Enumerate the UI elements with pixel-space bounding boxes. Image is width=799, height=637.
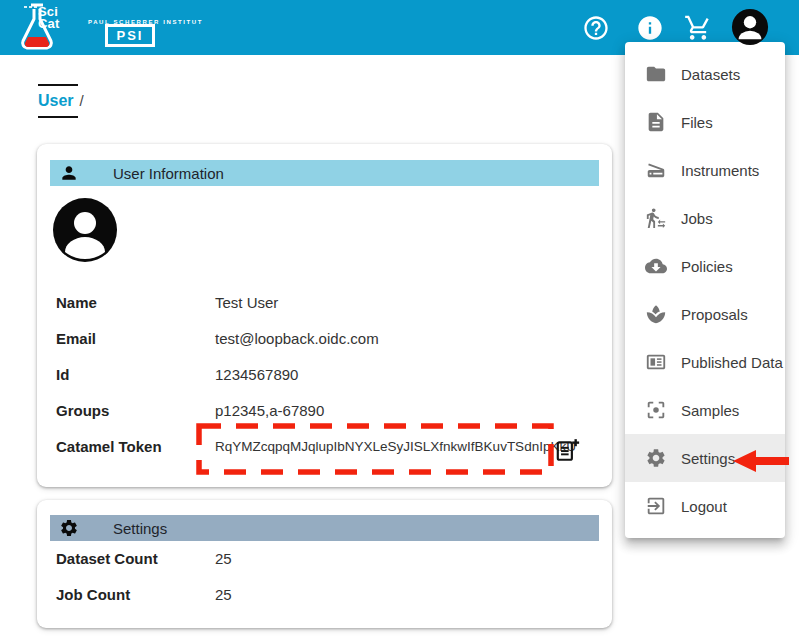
menu-item-datasets[interactable]: Datasets [625,50,785,98]
menu-item-policies[interactable]: Policies [625,242,785,290]
logout-icon [645,495,667,517]
gear-icon [645,447,667,469]
row-value: 25 [215,550,232,567]
user-info-rows: Name Test User Email test@loopback.oidc.… [56,284,600,464]
psi-logo: PAUL SCHERRER INSTITUT PSI [88,10,180,48]
row-label: Job Count [56,586,215,603]
file-icon [645,111,667,133]
breadcrumb-separator: / [80,92,84,109]
user-card-header: User Information [50,160,599,186]
user-dropdown-menu: Datasets Files Instruments [625,42,785,538]
center-focus-icon [645,399,667,421]
row-label: Email [56,330,215,347]
breadcrumb-bottom-rule [38,116,78,118]
copy-token-icon[interactable] [554,437,580,463]
psi-logo-box: PSI [105,24,155,47]
catamel-token-value: RqYMZcqpqMJqlupIbNYXLeSyJISLXfnkwIfBKuvT… [215,439,576,454]
menu-item-published-data[interactable]: Published Data [625,338,785,386]
menu-item-files[interactable]: Files [625,98,785,146]
row-label: Groups [56,402,215,419]
user-card-title: User Information [113,165,224,182]
walking-person-icon [645,207,667,229]
info-icon[interactable] [636,14,664,42]
row-value: p12345,a-67890 [215,402,324,419]
menu-item-jobs[interactable]: Jobs [625,194,785,242]
settings-row-dataset-count: Dataset Count 25 [56,540,600,576]
row-value: test@loopback.oidc.com [215,330,379,347]
menu-item-settings[interactable]: Settings [625,434,785,482]
menu-item-proposals[interactable]: Proposals [625,290,785,338]
user-row-name: Name Test User [56,284,600,320]
settings-rows: Dataset Count 25 Job Count 25 [56,540,600,612]
settings-card-header: Settings [50,515,599,541]
row-value: 1234567890 [215,366,298,383]
gear-icon [59,518,79,538]
menu-item-instruments[interactable]: Instruments [625,146,785,194]
help-icon[interactable] [582,14,610,42]
scanner-icon [645,159,667,181]
user-row-groups: Groups p12345,a-67890 [56,392,600,428]
user-row-email: Email test@loopback.oidc.com [56,320,600,356]
spa-icon [645,303,667,325]
user-avatar-icon[interactable] [731,8,769,46]
breadcrumb: User / [38,84,84,118]
row-value: Test User [215,294,278,311]
breadcrumb-user-link[interactable]: User [38,92,74,110]
shopping-cart-icon[interactable] [684,14,712,42]
row-value: 25 [215,586,232,603]
menu-item-logout[interactable]: Logout [625,482,785,530]
row-label: Catamel Token [56,438,215,455]
settings-card-title: Settings [113,520,167,537]
app-window: Sci Cat PAUL SCHERRER INSTITUT PSI [0,0,799,637]
menu-item-samples[interactable]: Samples [625,386,785,434]
person-icon [59,163,79,183]
row-label: Dataset Count [56,550,215,567]
row-label: Id [56,366,215,383]
settings-row-job-count: Job Count 25 [56,576,600,612]
folder-icon [645,63,667,85]
user-row-id: Id 1234567890 [56,356,600,392]
user-information-card: User Information Name Test User Email te… [37,144,612,487]
profile-avatar-icon [53,198,117,262]
published-card-icon [645,351,667,373]
user-row-catamel-token: Catamel Token RqYMZcqpqMJqlupIbNYXLeSyJI… [56,428,600,464]
row-label: Name [56,294,215,311]
settings-card: Settings Dataset Count 25 Job Count 25 [37,500,612,628]
scicat-wordmark-cat: Cat [38,16,60,31]
cloud-download-icon [645,255,667,277]
